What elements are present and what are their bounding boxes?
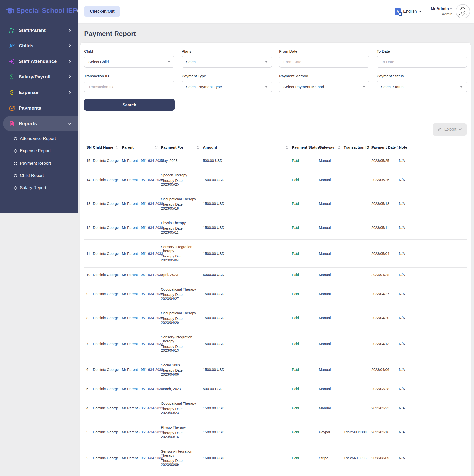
cell-parent-link[interactable]: Mr Parent - 951-634-2033 bbox=[122, 382, 161, 396]
sidebar-item-childs[interactable]: Childs bbox=[0, 38, 78, 54]
export-button[interactable]: Export bbox=[433, 123, 467, 136]
search-button[interactable]: Search bbox=[84, 99, 175, 111]
cell-transaction-id bbox=[344, 222, 371, 233]
brand-title: Special School IEP bbox=[16, 7, 77, 15]
sidebar-subitem-salary-report[interactable]: Salary Report bbox=[0, 182, 78, 194]
cell-sn: 11 bbox=[86, 246, 93, 261]
col-header-payment-date[interactable]: Payment Date bbox=[371, 142, 399, 153]
cell-note: N/A bbox=[399, 246, 467, 261]
cell-payment-status: Paid bbox=[292, 337, 319, 351]
cell-parent-link[interactable]: Mr Parent - 951-634-2033 bbox=[122, 363, 161, 377]
col-header-payment-status[interactable]: Payment Status bbox=[292, 142, 319, 153]
sidebar-subitem-child-report[interactable]: Child Report bbox=[0, 169, 78, 182]
translate-icon: A bbox=[395, 8, 401, 15]
cell-parent-link[interactable]: Mr Parent - 951-634-2033 bbox=[122, 220, 161, 235]
from-date-input[interactable] bbox=[279, 56, 369, 68]
payment-status-select[interactable]: Select Status bbox=[377, 81, 467, 92]
sort-icon[interactable] bbox=[116, 146, 118, 149]
circle-bullet-icon bbox=[14, 174, 17, 177]
cell-amount: 1500.00 USD bbox=[203, 425, 292, 439]
cell-payment-date: 2023/04/27 bbox=[371, 287, 399, 301]
col-header-child-name[interactable]: Child Name bbox=[93, 142, 122, 153]
chevron-down-icon bbox=[450, 8, 452, 10]
cell-parent-link[interactable]: Mr Parent - 951-634-2033 bbox=[122, 246, 161, 261]
dollar-icon bbox=[9, 89, 15, 96]
cell-parent-link[interactable]: Mr Parent - 951-634-2033 bbox=[122, 401, 161, 415]
cell-parent-link[interactable]: Mr Parent - 951-634-2033 bbox=[122, 268, 161, 282]
transaction-id-input[interactable] bbox=[84, 81, 174, 92]
table-row: 2 Dominic George Mr Parent - 951-634-203… bbox=[84, 444, 467, 472]
sort-icon[interactable] bbox=[338, 146, 340, 149]
cell-note: N/A bbox=[399, 173, 467, 187]
sort-icon[interactable] bbox=[197, 146, 199, 149]
cell-child-name: Dominic George bbox=[93, 197, 122, 211]
cell-child-name: Dominic George bbox=[93, 311, 122, 325]
col-header-payment-for[interactable]: Payment For bbox=[161, 142, 203, 153]
sidebar-item-staff-attendance[interactable]: Staff Attendance bbox=[0, 54, 78, 69]
cell-parent-link[interactable]: Mr Parent - 951-634-2033 bbox=[122, 173, 161, 187]
cell-payment-status: Paid bbox=[292, 220, 319, 235]
to-date-input[interactable] bbox=[377, 56, 467, 68]
caret-down-icon bbox=[419, 11, 422, 12]
topbar: Check-In/Out A English Mr Admin Admin bbox=[78, 0, 474, 23]
sidebar-item-reports[interactable]: Reports bbox=[3, 116, 78, 131]
col-header-parent[interactable]: Parent bbox=[122, 142, 161, 153]
cell-payment-status: Paid bbox=[292, 451, 319, 465]
cell-parent-link[interactable]: Mr Parent - 951-634-2033 bbox=[122, 153, 161, 168]
cell-gateway: Manual bbox=[319, 246, 344, 261]
payment-table: SN Child Name Parent Payment For Amount … bbox=[84, 142, 467, 476]
circle-bullet-icon bbox=[14, 162, 17, 165]
payment-method-select[interactable]: Select Payment Method bbox=[279, 81, 369, 92]
cell-gateway: Manual bbox=[319, 153, 344, 168]
sidebar-item-salary-payroll[interactable]: Salary/Payroll bbox=[0, 69, 78, 85]
sort-icon[interactable] bbox=[286, 146, 288, 149]
cell-payment-date: 2023/05/25 bbox=[371, 173, 399, 187]
sidebar-item-expense[interactable]: Expense bbox=[0, 85, 78, 100]
cell-transaction-id: Trx-25RT6995 bbox=[344, 451, 371, 465]
sidebar-item-label: Reports bbox=[19, 121, 68, 126]
cell-child-name: Dominic George bbox=[93, 363, 122, 377]
cell-amount: 1500.00 USD bbox=[203, 337, 292, 351]
cell-gateway: Manual bbox=[319, 311, 344, 325]
cell-transaction-id bbox=[344, 403, 371, 413]
cell-parent-link[interactable]: Mr Parent - 951-634-2033 bbox=[122, 451, 161, 465]
sidebar-subitem-attendance-report[interactable]: Attendance Report bbox=[0, 132, 78, 145]
chevron-right-icon bbox=[68, 29, 71, 32]
sidebar-item-payments[interactable]: Payments bbox=[0, 100, 78, 116]
cell-gateway: Manual bbox=[319, 220, 344, 235]
cell-sn: 6 bbox=[86, 363, 93, 377]
cell-parent-link[interactable]: Mr Parent - 951-634-2033 bbox=[122, 425, 161, 439]
user-menu[interactable]: Mr Admin Admin bbox=[431, 7, 452, 16]
sidebar-subitem-expense-report[interactable]: Expense Report bbox=[0, 145, 78, 157]
cell-parent-link[interactable]: Mr Parent - 951-634-2033 bbox=[122, 337, 161, 351]
child-select[interactable]: Select Child bbox=[84, 56, 174, 68]
cell-child-name: Dominic George bbox=[93, 382, 122, 396]
sidebar-subitem-payment-report[interactable]: Payment Report bbox=[0, 157, 78, 169]
sort-icon[interactable] bbox=[155, 146, 158, 149]
language-switcher[interactable]: A English bbox=[395, 8, 422, 15]
cell-gateway: Manual bbox=[319, 382, 344, 396]
col-header-amount[interactable]: Amount bbox=[203, 142, 292, 153]
cell-gateway: Manual bbox=[319, 173, 344, 187]
col-header-gateway[interactable]: Gateway bbox=[319, 142, 344, 153]
cell-gateway: Paypal bbox=[319, 425, 344, 439]
cell-payment-for: Social Skills Therapy Date: 2023/04/06 bbox=[161, 358, 203, 382]
payment-type-select[interactable]: Select Payment Type bbox=[182, 81, 272, 92]
sidebar-item-label: Payments bbox=[19, 105, 71, 111]
cell-note: N/A bbox=[399, 451, 467, 465]
payment-method-label: Payment Method bbox=[279, 74, 369, 78]
cell-parent-link[interactable]: Mr Parent - 951-634-2033 bbox=[122, 197, 161, 211]
cell-payment-date: 2023/03/23 bbox=[371, 401, 399, 415]
col-header-transaction-id[interactable]: Transaction ID bbox=[344, 142, 371, 153]
sidebar-item-staff-parent[interactable]: Staff/Parent bbox=[0, 22, 78, 38]
cell-parent-link[interactable]: Mr Parent - 951-634-2033 bbox=[122, 311, 161, 325]
transaction-id-label: Transaction ID bbox=[84, 74, 174, 78]
cell-note: N/A bbox=[399, 401, 467, 415]
checkin-out-button[interactable]: Check-In/Out bbox=[84, 6, 120, 17]
cell-parent-link[interactable]: Mr Parent - 951-634-2033 bbox=[122, 287, 161, 301]
avatar[interactable] bbox=[456, 4, 470, 18]
cell-amount: 1500.00 USD bbox=[203, 287, 292, 301]
plans-select[interactable]: Select bbox=[182, 56, 272, 68]
table-row: 15 Dominic George Mr Parent - 951-634-20… bbox=[84, 153, 467, 168]
cell-transaction-id bbox=[344, 289, 371, 299]
